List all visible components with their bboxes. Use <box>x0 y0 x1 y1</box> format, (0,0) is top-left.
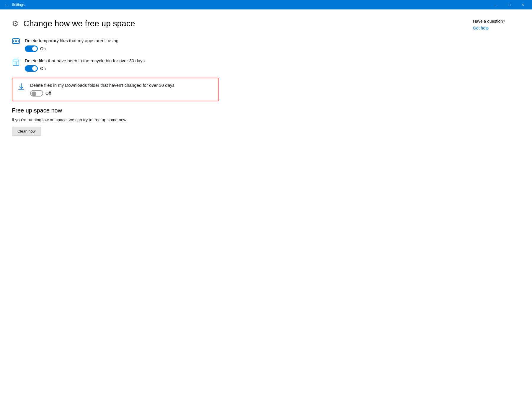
setting-downloads-content: Delete files in my Downloads folder that… <box>30 82 174 97</box>
restore-button[interactable]: □ <box>502 0 516 9</box>
svg-rect-3 <box>16 40 17 41</box>
temp-files-toggle-label: On <box>40 46 46 51</box>
svg-rect-4 <box>18 40 19 41</box>
setting-temp-files-content: Delete temporary files that my apps aren… <box>25 38 118 52</box>
free-up-description: If you're running low on space, we can t… <box>12 117 218 122</box>
temp-files-toggle-container: On <box>25 45 118 52</box>
sidebar-right: Have a question? Get help <box>461 19 520 404</box>
titlebar-title: Settings <box>12 3 489 7</box>
svg-rect-2 <box>15 40 16 41</box>
setting-recycle-bin: Delete files that have been in the recyc… <box>12 58 218 72</box>
downloads-toggle-label: Off <box>45 91 51 96</box>
temp-files-toggle[interactable] <box>25 45 38 52</box>
free-up-heading: Free up space now <box>12 107 218 114</box>
page-header: ⚙ Change how we free up space <box>12 19 218 28</box>
back-button[interactable]: ← <box>2 1 11 9</box>
svg-rect-0 <box>12 39 19 43</box>
keyboard-icon <box>12 38 20 47</box>
trash-icon <box>12 58 20 68</box>
gear-icon: ⚙ <box>12 19 19 28</box>
svg-rect-9 <box>14 43 18 44</box>
svg-rect-6 <box>15 41 16 42</box>
sidebar-question: Have a question? <box>473 19 520 24</box>
setting-temp-files: Delete temporary files that my apps aren… <box>12 38 218 52</box>
recycle-bin-toggle-label: On <box>40 66 46 71</box>
get-help-link[interactable]: Get help <box>473 26 489 30</box>
recycle-bin-toggle[interactable] <box>25 65 38 72</box>
downloads-toggle-thumb <box>32 92 36 96</box>
setting-downloads: Delete files in my Downloads folder that… <box>12 78 218 101</box>
titlebar: ← Settings ─ □ ✕ <box>0 0 532 9</box>
close-button[interactable]: ✕ <box>516 0 530 9</box>
svg-rect-8 <box>18 41 19 42</box>
downloads-toggle-container: Off <box>30 90 174 97</box>
clean-now-button[interactable]: Clean now <box>12 127 41 136</box>
minimize-button[interactable]: ─ <box>489 0 502 9</box>
temp-files-label: Delete temporary files that my apps aren… <box>25 38 118 44</box>
downloads-toggle[interactable] <box>30 90 43 97</box>
svg-rect-5 <box>13 41 14 42</box>
download-icon <box>17 83 25 92</box>
main-content: ⚙ Change how we free up space <box>0 9 532 413</box>
downloads-toggle-track <box>30 90 43 97</box>
svg-rect-7 <box>16 41 17 42</box>
recycle-bin-toggle-thumb <box>32 66 37 71</box>
temp-files-toggle-track <box>25 45 38 52</box>
downloads-label: Delete files in my Downloads folder that… <box>30 82 174 88</box>
window-controls: ─ □ ✕ <box>489 0 530 9</box>
recycle-bin-toggle-track <box>25 65 38 72</box>
svg-rect-1 <box>13 40 14 41</box>
recycle-bin-toggle-container: On <box>25 65 145 72</box>
page-title: Change how we free up space <box>23 19 135 28</box>
setting-recycle-bin-content: Delete files that have been in the recyc… <box>25 58 145 72</box>
main-panel: ⚙ Change how we free up space <box>12 19 218 404</box>
recycle-bin-label: Delete files that have been in the recyc… <box>25 58 145 64</box>
temp-files-toggle-thumb <box>32 46 37 51</box>
